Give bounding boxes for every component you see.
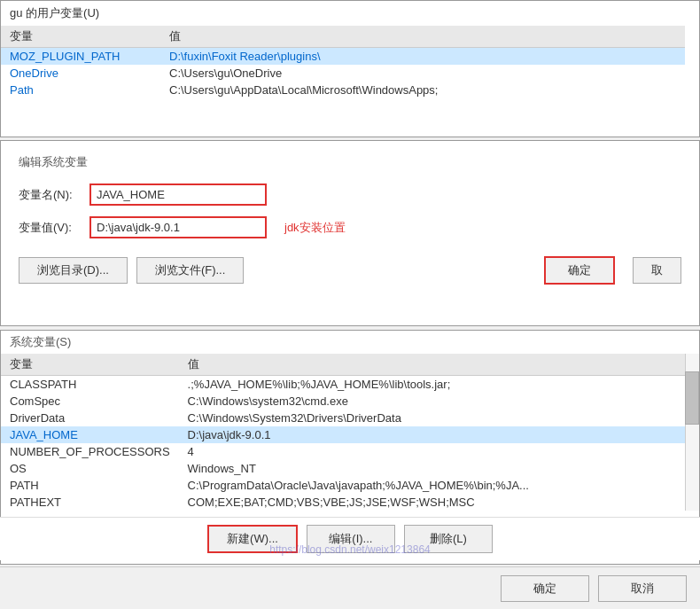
cancel-button[interactable]: 取: [633, 257, 681, 284]
user-var-row[interactable]: OneDriveC:\Users\gu\OneDrive: [1, 65, 685, 82]
sys-var-row[interactable]: DriverDataC:\Windows\System32\Drivers\Dr…: [1, 410, 685, 426]
sys-var-row[interactable]: PATHEXTCOM;EXE;BAT;CMD;VBS;VBE;JS;JSE;WS…: [1, 494, 685, 511]
user-vars-title: gu 的用户变量(U): [1, 1, 699, 26]
confirm-button[interactable]: 确定: [544, 256, 615, 285]
sys-vars-title: 系统变量(S): [1, 331, 699, 354]
user-var-value: D:\fuxin\Foxit Reader\plugins\: [160, 48, 685, 66]
sys-var-name: PATHEXT: [1, 494, 179, 511]
user-var-value: C:\Users\gu\OneDrive: [160, 65, 685, 82]
sys-var-name: NUMBER_OF_PROCESSORS: [1, 443, 179, 460]
delete-var-button[interactable]: 删除(L): [404, 525, 493, 553]
sys-var-value: C:\Windows\system32\cmd.exe: [179, 393, 685, 410]
scrollbar-thumb[interactable]: [685, 371, 699, 425]
sys-var-value: C:\ProgramData\Oracle\Java\javapath;%JAV…: [179, 477, 685, 494]
sys-var-row[interactable]: PATHC:\ProgramData\Oracle\Java\javapath;…: [1, 477, 685, 494]
user-vars-col-value: 值: [160, 26, 685, 48]
edit-var-button[interactable]: 编辑(I)...: [307, 525, 395, 553]
edit-section-title: 编辑系统变量: [19, 154, 681, 170]
user-var-name: Path: [1, 82, 160, 98]
user-var-name: OneDrive: [1, 65, 160, 82]
sys-var-value: 4: [179, 443, 685, 460]
sys-var-value: Windows_NT: [179, 460, 685, 477]
user-var-row[interactable]: MOZ_PLUGIN_PATHD:\fuxin\Foxit Reader\plu…: [1, 48, 685, 66]
browse-file-button[interactable]: 浏览文件(F)...: [136, 257, 244, 284]
var-name-label: 变量名(N):: [19, 187, 89, 203]
sys-var-row[interactable]: JAVA_HOMED:\java\jdk-9.0.1: [1, 426, 685, 443]
user-vars-table: 变量 值 MOZ_PLUGIN_PATHD:\fuxin\Foxit Reade…: [1, 26, 685, 98]
bottom-confirm-button[interactable]: 确定: [501, 575, 589, 602]
browse-dir-button[interactable]: 浏览目录(D)...: [19, 257, 128, 284]
sys-var-name: OS: [1, 460, 179, 477]
sys-var-value: D:\java\jdk-9.0.1: [179, 426, 685, 443]
sys-var-name: ComSpec: [1, 393, 179, 410]
var-name-input[interactable]: [89, 183, 267, 206]
scrollbar[interactable]: [685, 354, 699, 511]
var-value-label: 变量值(V):: [19, 220, 89, 236]
sys-var-name: DriverData: [1, 410, 179, 426]
var-value-row: 变量值(V): jdk安装位置: [19, 216, 681, 238]
user-var-name: MOZ_PLUGIN_PATH: [1, 48, 160, 66]
sys-vars-table: 变量 值 CLASSPATH.;%JAVA_HOME%\lib;%JAVA_HO…: [1, 354, 685, 511]
user-vars-col-name: 变量: [1, 26, 160, 48]
sys-var-name: CLASSPATH: [1, 376, 179, 394]
sys-var-row[interactable]: OSWindows_NT: [1, 460, 685, 477]
bottom-bar: 确定 取消: [0, 566, 700, 609]
sys-var-value: COM;EXE;BAT;CMD;VBS;VBE;JS;JSE;WSF;WSH;M…: [179, 494, 685, 511]
hint-text: jdk安装位置: [284, 220, 346, 236]
sys-var-name: PATH: [1, 477, 179, 494]
sys-var-value: C:\Windows\System32\Drivers\DriverData: [179, 410, 685, 426]
sys-var-name: JAVA_HOME: [1, 426, 179, 443]
user-var-row[interactable]: PathC:\Users\gu\AppData\Local\Microsoft\…: [1, 82, 685, 98]
user-vars-panel: gu 的用户变量(U) 变量 值 MOZ_PLUGIN_PATHD:\fuxin…: [0, 0, 700, 137]
sys-action-buttons: 新建(W)... 编辑(I)... 删除(L): [0, 517, 700, 560]
edit-var-panel: 编辑系统变量 变量名(N): 变量值(V): jdk安装位置 浏览目录(D)..…: [0, 140, 700, 326]
bottom-cancel-button[interactable]: 取消: [598, 575, 687, 602]
sys-vars-col-value: 值: [179, 354, 685, 376]
sys-var-row[interactable]: ComSpecC:\Windows\system32\cmd.exe: [1, 393, 685, 410]
user-var-value: C:\Users\gu\AppData\Local\Microsoft\Wind…: [160, 82, 685, 98]
sys-vars-col-name: 变量: [1, 354, 179, 376]
new-var-button[interactable]: 新建(W)...: [207, 525, 298, 553]
sys-var-row[interactable]: CLASSPATH.;%JAVA_HOME%\lib;%JAVA_HOME%\l…: [1, 376, 685, 394]
var-value-input[interactable]: [89, 216, 267, 238]
edit-buttons-row: 浏览目录(D)... 浏览文件(F)... 确定 取: [19, 256, 681, 285]
var-name-row: 变量名(N):: [19, 183, 681, 206]
sys-var-value: .;%JAVA_HOME%\lib;%JAVA_HOME%\lib\tools.…: [179, 376, 685, 394]
sys-var-row[interactable]: NUMBER_OF_PROCESSORS4: [1, 443, 685, 460]
